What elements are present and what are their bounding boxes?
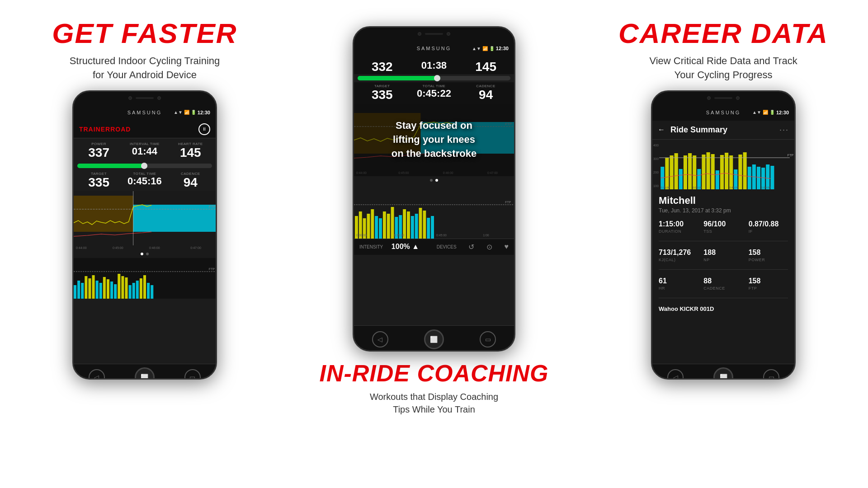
svg-rect-94	[748, 167, 751, 189]
center-home-nav[interactable]: ⬜	[424, 329, 444, 349]
stats-row-2: TARGET 335 TOTAL TIME 0:45:16 CADENCE 94	[74, 170, 216, 192]
svg-rect-31	[151, 285, 153, 299]
svg-rect-48	[371, 209, 374, 239]
center-camera-bar	[354, 28, 514, 40]
center-app-content: 332 01:38 145 TARGET	[354, 56, 514, 325]
center-recent-nav[interactable]: ▭	[480, 331, 496, 347]
power-stat-ride: 158 POWER	[749, 249, 788, 262]
svg-rect-63	[431, 216, 434, 239]
svg-text:0:46:00: 0:46:00	[149, 246, 160, 249]
svg-rect-16	[96, 281, 99, 299]
ride-date: Tue, Jun. 13, 2017 at 3:32 pm	[659, 207, 788, 214]
camera-dot	[128, 96, 132, 100]
progress-fill	[77, 164, 147, 168]
left-phone: SAMSUNG ▲▼ 📶 🔋 12:30 TRAINERROAD ⏸	[72, 90, 217, 380]
back-nav[interactable]: ◁	[89, 369, 105, 380]
back-button[interactable]: ←	[658, 126, 665, 134]
svg-rect-87	[716, 170, 719, 189]
right-phone: SAMSUNG ▲▼ 📶 🔋 12:30 ← Ride Summary ···	[651, 90, 796, 380]
np-stat: 188 NP	[703, 249, 743, 262]
device-icon-2[interactable]: ⊙	[486, 243, 492, 251]
center-dots	[354, 176, 514, 184]
if-stat: 0.87/0.88 IF	[749, 220, 788, 234]
mini-chart: FTP	[74, 258, 216, 299]
svg-text:0:45:00: 0:45:00	[436, 234, 447, 237]
svg-text:FTP: FTP	[505, 201, 511, 204]
center-samsung-brand: SAMSUNG	[417, 46, 452, 51]
svg-text:0:30:00: 0:30:00	[693, 186, 702, 189]
svg-text:300: 300	[653, 157, 659, 160]
svg-rect-80	[684, 155, 687, 189]
svg-rect-60	[419, 208, 422, 239]
main-chart: FTP 0:44:00 0:45:00 0:46:00 0:47:00	[74, 191, 216, 250]
status-icons: ▲▼ 📶 🔋 12:30	[174, 110, 210, 115]
center-top-stats: 332 01:38 145	[354, 56, 514, 74]
ftp-stat: 158 FTP	[749, 277, 788, 291]
right-recent-nav[interactable]: ▭	[763, 369, 779, 380]
svg-rect-89	[725, 153, 728, 189]
center-back-nav[interactable]: ◁	[372, 331, 388, 347]
center-bottom-subtitle: Workouts that Display Coaching Tips Whil…	[370, 390, 498, 416]
center-section: SAMSUNG ▲▼ 📶 🔋 12:30 332 01:38	[289, 0, 579, 488]
svg-rect-24	[125, 277, 127, 299]
center-stats-row2: TARGET 335 TOTAL TIME 0:45:22 CADENCE 94	[354, 82, 514, 104]
left-section: GET FASTER Structured Indoor Cycling Tra…	[0, 0, 289, 488]
right-samsung-brand: SAMSUNG	[706, 110, 741, 115]
samsung-brand: SAMSUNG	[127, 110, 162, 115]
svg-rect-27	[136, 281, 139, 299]
right-back-nav[interactable]: ◁	[667, 369, 684, 380]
center-main-chart: FTP 0:44:00 0:45:00 0:46:00 0:47:00	[354, 104, 514, 176]
right-section: CAREER DATA View Critical Ride Data and …	[579, 0, 868, 488]
right-camera-bar	[652, 92, 794, 104]
home-nav[interactable]: ⬜	[135, 367, 155, 380]
right-status-bar: SAMSUNG ▲▼ 📶 🔋 12:30	[652, 104, 794, 121]
right-status-icons: ▲▼ 📶 🔋 12:30	[752, 110, 789, 115]
stats-row-1: POWER 337 INTERVAL TIME 01:44 HEART RATE…	[74, 138, 216, 162]
svg-rect-57	[407, 211, 410, 239]
sensor-bar	[136, 97, 154, 99]
device-icon-1[interactable]: ↺	[468, 243, 474, 251]
svg-rect-17	[99, 283, 102, 299]
dots-indicator	[74, 250, 216, 258]
center-phone: SAMSUNG ▲▼ 📶 🔋 12:30 332 01:38	[353, 26, 515, 352]
right-title: CAREER DATA	[618, 18, 828, 49]
cadence-ride-stat: 88 CADENCE	[703, 277, 743, 291]
interval-time-stat: INTERVAL TIME 01:44	[122, 142, 167, 160]
svg-rect-25	[129, 285, 132, 299]
svg-rect-30	[147, 283, 150, 299]
svg-text:1:00:00: 1:00:00	[761, 186, 771, 189]
pause-button[interactable]: ⏸	[198, 123, 210, 135]
svg-rect-52	[387, 214, 390, 239]
svg-text:0:30:00: 0:30:00	[356, 234, 367, 237]
ride-summary-title: Ride Summary	[670, 125, 779, 135]
svg-rect-76	[665, 158, 669, 189]
camera-dot-2	[157, 96, 161, 100]
svg-rect-11	[77, 281, 80, 299]
right-subtitle: View Critical Ride Data and Track Your C…	[649, 54, 797, 82]
center-status-icons: ▲▼ 📶 🔋 12:30	[472, 46, 509, 51]
center-status-bar: SAMSUNG ▲▼ 📶 🔋 12:30	[354, 40, 514, 56]
stats-divider-1	[659, 241, 788, 241]
svg-rect-98	[766, 164, 769, 189]
power-stat: POWER 337	[76, 142, 121, 160]
svg-rect-62	[427, 218, 430, 239]
center-dot-2	[435, 179, 438, 182]
center-sensor-bar	[425, 33, 443, 35]
svg-rect-10	[74, 285, 76, 299]
svg-text:0:45:00: 0:45:00	[113, 246, 123, 249]
device-icon-3[interactable]: ♥	[504, 243, 509, 251]
right-home-nav[interactable]: ⬜	[713, 367, 733, 380]
intensity-bar: INTENSITY 100% ▲ DEVICES ↺ ⊙ ♥	[354, 239, 514, 255]
progress-bar	[77, 164, 212, 168]
svg-rect-82	[693, 155, 696, 189]
target-stat: TARGET 335	[76, 172, 121, 190]
svg-rect-14	[88, 278, 91, 299]
svg-rect-84	[702, 155, 705, 189]
recent-nav[interactable]: ▭	[184, 369, 201, 380]
center-progress-bar	[358, 76, 510, 80]
center-camera-dot-2	[447, 32, 450, 36]
svg-rect-12	[81, 283, 84, 299]
svg-rect-59	[415, 214, 418, 239]
tss-stat: 96/100 TSS	[703, 220, 743, 234]
more-options-button[interactable]: ···	[779, 125, 789, 135]
